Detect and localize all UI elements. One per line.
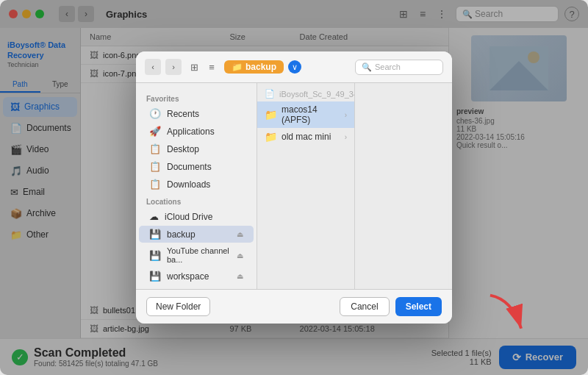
modal-sidebar-downloads[interactable]: 📋 Downloads	[139, 176, 254, 193]
browser-item-macos[interactable]: 📁 macos14 (APFS) ›	[257, 101, 354, 128]
modal-sidebar-iboysoft[interactable]: 💾 iBoysoft Data Recov... ⏏	[139, 285, 254, 289]
modal-grid-view[interactable]: ⊞	[186, 59, 202, 75]
downloads-icon: 📋	[149, 179, 161, 190]
browser-item-ibsr[interactable]: 📄 iBoysoft_Sc_9_49_34.ibsr	[257, 86, 354, 101]
modal-view-buttons: ⊞ ≡	[186, 59, 220, 75]
browser-item-oldmac[interactable]: 📁 old mac mini ›	[257, 128, 354, 146]
modal-sidebar-backup[interactable]: 💾 backup ⏏	[139, 226, 254, 243]
modal-footer: New Folder Cancel Select	[136, 289, 452, 324]
modal-sidebar-youtube[interactable]: 💾 YouTube channel ba... ⏏	[139, 243, 254, 267]
browser-pane-secondary	[355, 83, 452, 289]
modal-file-browser: 📄 iBoysoft_Sc_9_49_34.ibsr 📁 macos14 (AP…	[257, 83, 452, 289]
modal-sidebar-recents[interactable]: 🕐 Recents	[139, 105, 254, 122]
macos-chevron-icon: ›	[345, 111, 347, 119]
modal-sidebar-documents[interactable]: 📋 Documents	[139, 158, 254, 175]
save-dialog: ‹ › ⊞ ≡ 📁 backup ∨ 🔍 Search	[136, 51, 452, 324]
modal-sidebar-desktop[interactable]: 📋 Desktop	[139, 140, 254, 157]
youtube-eject-icon[interactable]: ⏏	[237, 251, 243, 260]
browser-item-ibsr-left: 📄 iBoysoft_Sc_9_49_34.ibsr	[265, 89, 355, 99]
workspace-drive-icon: 💾	[149, 271, 161, 282]
app-window: ‹ › Graphics ⊞ ≡ ⋮ 🔍 Search ? iBoysoft® …	[0, 0, 588, 375]
modal-body: Favorites 🕐 Recents 🚀 Applications 📋 Des…	[136, 83, 452, 289]
ibsr-file-icon: 📄	[265, 89, 275, 99]
backup-eject-icon[interactable]: ⏏	[237, 230, 243, 238]
modal-folder-pill: 📁 backup	[224, 60, 284, 74]
modal-forward-button[interactable]: ›	[165, 59, 182, 75]
browser-pane-main: 📄 iBoysoft_Sc_9_49_34.ibsr 📁 macos14 (AP…	[257, 83, 355, 289]
oldmac-chevron-icon: ›	[345, 133, 347, 141]
modal-documents-icon: 📋	[149, 161, 161, 172]
cancel-button[interactable]: Cancel	[340, 297, 389, 316]
favorites-label: Favorites	[136, 90, 257, 104]
new-folder-button[interactable]: New Folder	[146, 297, 210, 316]
recents-icon: 🕐	[149, 108, 161, 119]
modal-back-button[interactable]: ‹	[145, 59, 161, 75]
browser-item-oldmac-left: 📁 old mac mini	[265, 131, 331, 143]
modal-sidebar: Favorites 🕐 Recents 🚀 Applications 📋 Des…	[136, 83, 257, 289]
modal-sidebar-workspace[interactable]: 💾 workspace ⏏	[139, 268, 254, 285]
youtube-drive-icon: 💾	[149, 250, 161, 261]
modal-folder-expand[interactable]: ∨	[288, 60, 301, 74]
icloud-icon: ☁	[149, 211, 159, 222]
modal-sidebar-applications[interactable]: 🚀 Applications	[139, 123, 254, 140]
modal-sidebar-icloud[interactable]: ☁ iCloud Drive	[139, 208, 254, 225]
modal-overlay: ‹ › ⊞ ≡ 📁 backup ∨ 🔍 Search	[0, 0, 588, 375]
modal-search-icon: 🔍	[362, 63, 372, 72]
folder-icon: 📁	[232, 62, 243, 72]
select-button[interactable]: Select	[395, 297, 442, 316]
modal-list-view[interactable]: ≡	[204, 59, 220, 75]
applications-icon: 🚀	[149, 126, 161, 137]
modal-location: 📁 backup ∨	[224, 60, 351, 74]
workspace-eject-icon[interactable]: ⏏	[237, 272, 243, 280]
modal-footer-buttons: Cancel Select	[340, 297, 442, 316]
browser-item-macos-left: 📁 macos14 (APFS)	[265, 104, 345, 125]
macos-folder-icon: 📁	[265, 109, 277, 121]
modal-search[interactable]: 🔍 Search	[355, 60, 443, 75]
oldmac-folder-icon: 📁	[265, 131, 277, 143]
desktop-icon: 📋	[149, 143, 161, 154]
locations-label: Locations	[136, 193, 257, 207]
modal-toolbar: ‹ › ⊞ ≡ 📁 backup ∨ 🔍 Search	[136, 51, 452, 83]
backup-drive-icon: 💾	[149, 229, 161, 240]
